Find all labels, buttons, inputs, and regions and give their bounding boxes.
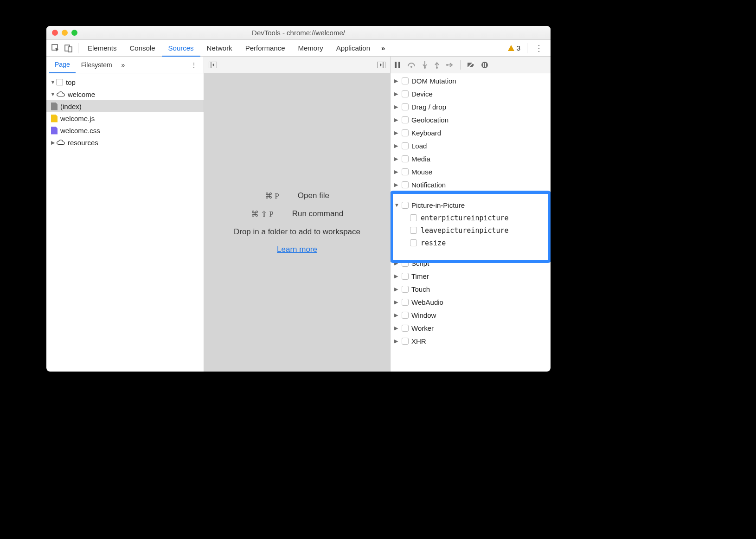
- warnings-badge[interactable]: 3: [504, 44, 524, 52]
- checkbox[interactable]: [402, 260, 409, 267]
- tab-memory[interactable]: Memory: [292, 40, 330, 56]
- bp-cat-dragdrop[interactable]: ▶Drag / drop: [391, 100, 551, 113]
- navigator-menu-icon[interactable]: ⋮: [187, 61, 201, 69]
- bp-cat-device[interactable]: ▶Device: [391, 87, 551, 100]
- tree-label: top: [66, 78, 76, 86]
- bp-item-resize[interactable]: resize: [391, 237, 551, 249]
- bp-cat-xhr[interactable]: ▶XHR: [391, 334, 551, 347]
- tree-domain-welcome[interactable]: ▼ welcome: [46, 88, 204, 100]
- checkbox[interactable]: [410, 227, 417, 234]
- document-icon: [51, 127, 58, 135]
- traffic-lights: [52, 30, 77, 36]
- collapse-left-icon[interactable]: [209, 62, 217, 68]
- tab-performance[interactable]: Performance: [239, 40, 292, 56]
- file-tree: ▼ top ▼ welcome (index) welc: [46, 73, 204, 372]
- checkbox[interactable]: [402, 77, 409, 84]
- tree-label: resources: [68, 139, 98, 147]
- left-tab-page[interactable]: Page: [49, 57, 76, 73]
- checkbox[interactable]: [402, 312, 409, 319]
- tab-elements[interactable]: Elements: [81, 40, 123, 56]
- tabs-overflow[interactable]: »: [377, 44, 390, 52]
- tree-file-index[interactable]: (index): [46, 100, 204, 112]
- bp-cat-media[interactable]: ▶Media: [391, 152, 551, 165]
- svg-point-11: [424, 67, 426, 69]
- checkbox[interactable]: [402, 299, 409, 306]
- bp-cat-touch[interactable]: ▶Touch: [391, 282, 551, 295]
- learn-more-link[interactable]: Learn more: [277, 245, 317, 254]
- navigator-tabs: Page Filesystem » ⋮: [46, 57, 204, 73]
- checkbox[interactable]: [402, 325, 409, 332]
- step-over-icon[interactable]: [407, 62, 416, 68]
- tree-frame-top[interactable]: ▼ top: [46, 76, 204, 88]
- left-tabs-more[interactable]: »: [118, 61, 129, 69]
- devtools-window: DevTools - chrome://welcome/ Elements Co…: [46, 26, 551, 372]
- checkbox[interactable]: [402, 338, 409, 345]
- checkbox[interactable]: [402, 90, 409, 97]
- checkbox[interactable]: [402, 116, 409, 123]
- checkbox[interactable]: [410, 239, 417, 246]
- step-into-icon[interactable]: [422, 61, 428, 69]
- titlebar: DevTools - chrome://welcome/: [46, 26, 551, 40]
- pause-exceptions-icon[interactable]: [481, 61, 488, 69]
- checkbox[interactable]: [402, 286, 409, 293]
- bp-cat-worker[interactable]: ▶Worker: [391, 321, 551, 334]
- bp-cat-notification[interactable]: ▶Notification: [391, 178, 551, 191]
- left-tab-filesystem[interactable]: Filesystem: [76, 57, 118, 73]
- separator: [78, 43, 78, 53]
- bp-item-enterpip[interactable]: enterpictureinpicture: [391, 212, 551, 224]
- bp-cat-load[interactable]: ▶Load: [391, 139, 551, 152]
- svg-rect-18: [483, 63, 484, 67]
- pause-icon[interactable]: [394, 61, 401, 69]
- event-breakpoints: ▶DOM Mutation ▶Device ▶Drag / drop ▶Geol…: [391, 73, 551, 372]
- editor-tabbar: [204, 57, 390, 73]
- bp-cat-dommutation[interactable]: ▶DOM Mutation: [391, 74, 551, 87]
- tab-network[interactable]: Network: [200, 40, 239, 56]
- chevron-right-icon: ▶: [50, 140, 56, 146]
- deactivate-breakpoints-icon[interactable]: [467, 61, 474, 69]
- device-toggle-icon[interactable]: [62, 42, 75, 55]
- bp-cat-script[interactable]: ▶Script: [391, 257, 551, 270]
- bp-cat-timer[interactable]: ▶Timer: [391, 270, 551, 282]
- label-openfile: Open file: [298, 191, 329, 201]
- tree-domain-resources[interactable]: ▶ resources: [46, 136, 204, 148]
- tab-console[interactable]: Console: [123, 40, 162, 56]
- navigator-pane: Page Filesystem » ⋮ ▼ top ▼ welcome: [46, 57, 204, 372]
- bp-cat-pip[interactable]: ▼Picture-in-Picture: [391, 199, 551, 212]
- checkbox[interactable]: [402, 103, 409, 110]
- tree-file-welcomejs[interactable]: welcome.js: [46, 112, 204, 124]
- close-icon[interactable]: [52, 30, 58, 36]
- checkbox[interactable]: [402, 181, 409, 188]
- zoom-icon[interactable]: [71, 30, 77, 36]
- tree-file-welcomecss[interactable]: welcome.css: [46, 124, 204, 136]
- separator: [527, 43, 527, 53]
- svg-point-9: [410, 66, 412, 68]
- checkbox[interactable]: [402, 142, 409, 149]
- svg-point-15: [446, 64, 448, 66]
- tab-application[interactable]: Application: [330, 40, 377, 56]
- tree-label: welcome.js: [60, 115, 95, 122]
- step-out-icon[interactable]: [434, 61, 440, 69]
- bp-cat-geolocation[interactable]: ▶Geolocation: [391, 113, 551, 126]
- minimize-icon[interactable]: [62, 30, 68, 36]
- checkbox[interactable]: [402, 168, 409, 175]
- bp-cat-keyboard[interactable]: ▶Keyboard: [391, 126, 551, 139]
- collapse-right-icon[interactable]: [377, 62, 385, 68]
- tree-label: welcome: [68, 90, 95, 98]
- chevron-down-icon: ▼: [50, 91, 56, 97]
- drop-hint: Drop in a folder to add to workspace: [234, 227, 360, 237]
- checkbox[interactable]: [402, 129, 409, 136]
- step-icon[interactable]: [446, 62, 454, 68]
- bp-cat-webaudio[interactable]: ▶WebAudio: [391, 295, 551, 308]
- bp-cat-mouse[interactable]: ▶Mouse: [391, 165, 551, 178]
- checkbox[interactable]: [402, 202, 409, 209]
- checkbox[interactable]: [402, 155, 409, 162]
- bp-cat-window[interactable]: ▶Window: [391, 308, 551, 321]
- svg-point-13: [436, 67, 438, 69]
- settings-menu-icon[interactable]: ⋮: [530, 43, 548, 53]
- warning-icon: [507, 45, 515, 52]
- tab-sources[interactable]: Sources: [162, 40, 200, 57]
- checkbox[interactable]: [410, 214, 417, 221]
- checkbox[interactable]: [402, 273, 409, 280]
- bp-item-leavepip[interactable]: leavepictureinpicture: [391, 224, 551, 237]
- inspect-element-icon[interactable]: [49, 42, 62, 55]
